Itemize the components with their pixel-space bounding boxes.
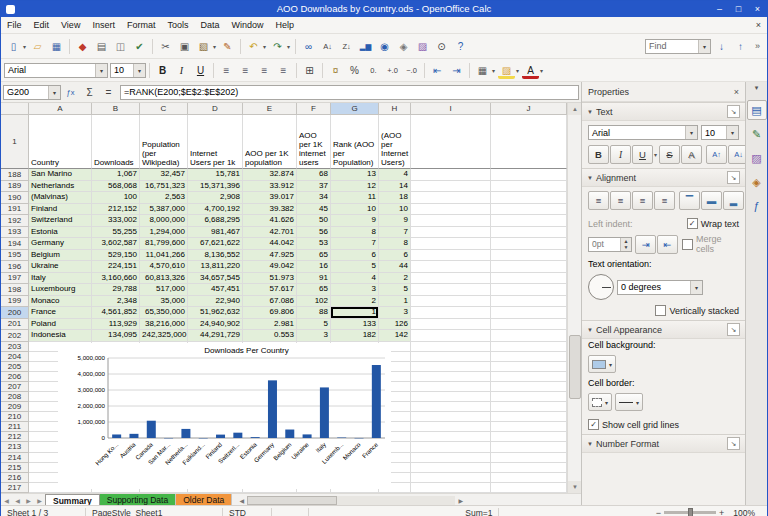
- scroll-down-icon[interactable]: ▼: [568, 481, 582, 493]
- cell-I192[interactable]: [411, 215, 491, 227]
- cell-H194[interactable]: 8: [379, 238, 411, 250]
- font-name-dropdown-icon[interactable]: ▾: [95, 64, 107, 77]
- cell-F199[interactable]: 102: [297, 296, 331, 308]
- gallery-deck-icon[interactable]: ▨: [747, 148, 767, 168]
- cell-E194[interactable]: 44.042: [243, 238, 297, 250]
- row-header-202[interactable]: 202: [1, 330, 29, 342]
- menu-insert[interactable]: Insert: [86, 17, 121, 33]
- cell-J200[interactable]: [491, 307, 567, 319]
- cell-F192[interactable]: 50: [297, 215, 331, 227]
- font-color-icon[interactable]: A: [522, 62, 539, 79]
- row-header-195[interactable]: 195: [1, 250, 29, 262]
- spreadsheet-grid[interactable]: ABCDEFGHIJ 1CountryDownloadsPopulation (…: [1, 103, 567, 493]
- name-box[interactable]: G200 ▾: [3, 85, 61, 100]
- cell-F1[interactable]: AOO per 1K internet users: [297, 115, 331, 169]
- cell-J196[interactable]: [491, 261, 567, 273]
- cell-I214[interactable]: [411, 453, 491, 463]
- cell-C202[interactable]: 242,325,000: [140, 330, 188, 342]
- row-header-190[interactable]: 190: [1, 192, 29, 204]
- cell-D189[interactable]: 15,371,396: [188, 181, 243, 193]
- cell-G202[interactable]: 182: [331, 330, 379, 342]
- cell-F196[interactable]: 16: [297, 261, 331, 273]
- row-header-217[interactable]: 217: [1, 483, 29, 493]
- menu-view[interactable]: View: [55, 17, 86, 33]
- cell-F195[interactable]: 65: [297, 250, 331, 262]
- cell-appearance-section-header[interactable]: ▼ Cell Appearance ↘: [582, 320, 745, 339]
- cell-A192[interactable]: Switzerland: [29, 215, 92, 227]
- text-orientation-dial[interactable]: [588, 274, 614, 300]
- format-paintbrush-icon[interactable]: ✎: [219, 38, 236, 55]
- bold-icon[interactable]: B: [154, 62, 171, 79]
- horizontal-scrollbar-thumb[interactable]: [247, 496, 337, 505]
- sidebar-font-size-dropdown-icon[interactable]: ▾: [726, 126, 738, 139]
- chart[interactable]: Downloads Per Country01,000,0002,000,000…: [58, 343, 391, 489]
- cell-D192[interactable]: 6,688,295: [188, 215, 243, 227]
- wrap-text-checkbox[interactable]: ✓ Wrap text: [687, 218, 739, 229]
- expander-icon[interactable]: ▼: [587, 327, 593, 333]
- cell-E200[interactable]: 69.806: [243, 307, 297, 319]
- new-document-dropdown-icon[interactable]: ▾: [23, 43, 26, 50]
- cell-I194[interactable]: [411, 238, 491, 250]
- cell-B188[interactable]: 1,067: [92, 169, 140, 181]
- add-decimal-place-icon[interactable]: +.0: [384, 62, 401, 79]
- cell-I203[interactable]: [411, 342, 491, 352]
- cell-A199[interactable]: Monaco: [29, 296, 92, 308]
- help-icon[interactable]: ?: [452, 38, 469, 55]
- borders-dropdown-icon[interactable]: ▾: [492, 67, 495, 74]
- cell-J191[interactable]: [491, 204, 567, 216]
- cell-B193[interactable]: 55,255: [92, 227, 140, 239]
- row-header-207[interactable]: 207: [1, 382, 29, 392]
- cell-I217[interactable]: [411, 483, 491, 493]
- cell-A191[interactable]: Finland: [29, 204, 92, 216]
- cell-border-preset-button[interactable]: ▾: [588, 393, 612, 411]
- cell-J204[interactable]: [491, 352, 567, 362]
- cell-D190[interactable]: 2,908: [188, 192, 243, 204]
- row-header-208[interactable]: 208: [1, 392, 29, 402]
- functions-deck-icon[interactable]: ƒ: [747, 196, 767, 216]
- paste-dropdown-icon[interactable]: ▾: [213, 43, 216, 50]
- align-justified-icon[interactable]: ≡: [275, 62, 292, 79]
- cell-G192[interactable]: 9: [331, 215, 379, 227]
- cell-B197[interactable]: 3,160,660: [92, 273, 140, 285]
- indent-down-icon[interactable]: ▼: [621, 244, 631, 251]
- cell-J1[interactable]: [491, 115, 567, 169]
- italic-icon[interactable]: I: [610, 145, 631, 164]
- hyperlink-icon[interactable]: ∞: [300, 38, 317, 55]
- export-pdf-icon[interactable]: ◆: [74, 38, 91, 55]
- cell-G198[interactable]: 3: [331, 284, 379, 296]
- column-header-E[interactable]: E: [243, 103, 297, 115]
- number-format-currency-icon[interactable]: ¤: [327, 62, 344, 79]
- cell-A193[interactable]: Estonia: [29, 227, 92, 239]
- cell-G190[interactable]: 11: [331, 192, 379, 204]
- scroll-left-icon[interactable]: ◀: [236, 497, 247, 504]
- cell-H192[interactable]: 9: [379, 215, 411, 227]
- cell-F202[interactable]: 3: [297, 330, 331, 342]
- cell-D198[interactable]: 457,451: [188, 284, 243, 296]
- orientation-dropdown-icon[interactable]: ▾: [690, 281, 702, 294]
- row-header-199[interactable]: 199: [1, 296, 29, 308]
- cell-A197[interactable]: Italy: [29, 273, 92, 285]
- cell-J206[interactable]: [491, 372, 567, 382]
- zoom-out-button[interactable]: −: [656, 508, 661, 516]
- row-header-201[interactable]: 201: [1, 319, 29, 331]
- selection-mode-indicator[interactable]: STD: [223, 508, 271, 516]
- page-preview-icon[interactable]: ◫: [112, 38, 129, 55]
- font-size-dropdown-icon[interactable]: ▾: [133, 64, 145, 77]
- column-header-G[interactable]: G: [331, 103, 379, 115]
- row-header-193[interactable]: 193: [1, 227, 29, 239]
- decrease-indent-icon[interactable]: ⇤: [429, 62, 446, 79]
- cell-H195[interactable]: 6: [379, 250, 411, 262]
- cell-H200[interactable]: 3: [379, 307, 411, 319]
- cell-E193[interactable]: 42.701: [243, 227, 297, 239]
- column-header-J[interactable]: J: [491, 103, 567, 115]
- horizontal-scroll-track[interactable]: [247, 496, 455, 505]
- cell-F197[interactable]: 91: [297, 273, 331, 285]
- cell-E197[interactable]: 51.973: [243, 273, 297, 285]
- sum-icon[interactable]: Σ: [81, 84, 98, 101]
- cell-B199[interactable]: 2,348: [92, 296, 140, 308]
- sort-descending-icon[interactable]: Z↓: [338, 38, 355, 55]
- sidebar-font-name-dropdown-icon[interactable]: ▾: [685, 126, 697, 139]
- cell-H188[interactable]: 4: [379, 169, 411, 181]
- sidebar-font-size-select[interactable]: 10 ▾: [701, 125, 739, 140]
- cell-background-dropdown-icon[interactable]: ▾: [609, 361, 612, 368]
